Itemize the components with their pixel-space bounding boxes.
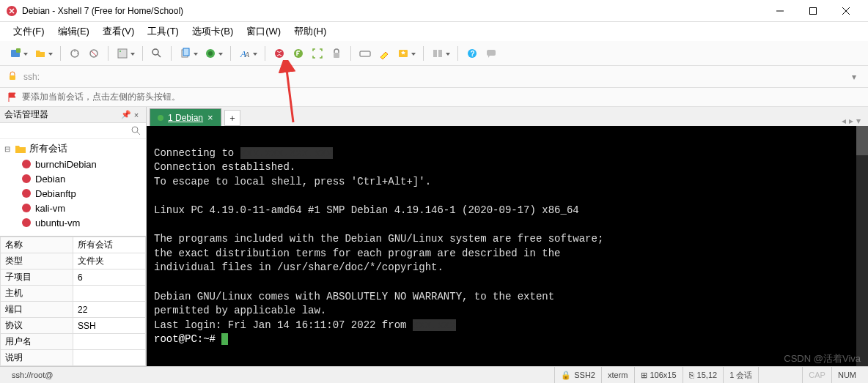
- prop-row: 主机: [1, 286, 146, 302]
- sidebar-close-icon[interactable]: ×: [131, 110, 141, 120]
- menu-help[interactable]: 帮助(H): [288, 23, 332, 40]
- menu-tabs[interactable]: 选项卡(B): [186, 23, 239, 40]
- tree-root[interactable]: ⊟ 所有会话: [0, 141, 146, 157]
- infobar: 要添加当前会话，点击左侧的箭头按钮。: [0, 88, 868, 107]
- cursor: [221, 333, 228, 345]
- menu-window[interactable]: 窗口(W): [240, 23, 287, 40]
- copy-button[interactable]: [177, 45, 194, 62]
- tab-debian[interactable]: 1 Debian ×: [150, 108, 221, 126]
- status-path: ssh://root@: [6, 367, 554, 383]
- tab-nav: ◂ ▸ ▾: [842, 116, 865, 126]
- session-icon: [21, 217, 32, 228]
- prop-row: 端口22: [1, 302, 146, 318]
- tab-next-icon[interactable]: ▸: [849, 116, 853, 126]
- terminal-scrollbar[interactable]: [856, 126, 868, 366]
- session-icon: [21, 158, 32, 170]
- fullscreen-button[interactable]: [309, 45, 326, 62]
- svg-line-9: [92, 51, 96, 56]
- xftp-button[interactable]: [290, 45, 306, 62]
- menu-tools[interactable]: 工具(T): [141, 23, 185, 40]
- svg-point-38: [22, 204, 31, 212]
- terminal[interactable]: Connecting to xxx.xxx.xxx.xxx Connection…: [147, 126, 868, 366]
- svg-rect-31: [487, 50, 496, 56]
- search-icon[interactable]: [131, 126, 141, 136]
- properties-button[interactable]: [114, 45, 130, 62]
- disconnect-button[interactable]: [86, 45, 102, 62]
- connected-dot-icon: [158, 115, 163, 121]
- prop-row: 类型文件夹: [1, 253, 146, 269]
- tab-add-button[interactable]: ＋: [224, 110, 240, 126]
- svg-point-12: [152, 49, 158, 55]
- svg-rect-15: [183, 48, 189, 56]
- minimize-button[interactable]: [763, 0, 796, 22]
- svg-point-11: [119, 51, 121, 52]
- sidebar-header: 会话管理器 📌 ×: [0, 107, 146, 123]
- svg-rect-32: [10, 75, 15, 80]
- tab-close-icon[interactable]: ×: [207, 112, 213, 123]
- xagent-button[interactable]: [271, 45, 287, 62]
- lock-button[interactable]: [328, 45, 345, 62]
- infobar-text: 要添加当前会话，点击左侧的箭头按钮。: [22, 91, 180, 103]
- layout-button[interactable]: [430, 45, 446, 62]
- svg-line-13: [158, 54, 161, 57]
- tab-strip: 1 Debian × ＋ ◂ ▸ ▾: [147, 107, 868, 126]
- session-item[interactable]: kali-vm: [0, 201, 146, 215]
- lock-icon: 🔒: [561, 371, 571, 380]
- address-input[interactable]: [43, 69, 847, 85]
- open-button[interactable]: [32, 45, 48, 62]
- statusbar: ssh://root@ 🔒SSH2 xterm ⊞106x15 ⎘15,12 1…: [0, 366, 868, 383]
- pos-icon: ⎘: [689, 371, 694, 379]
- bookmark-button[interactable]: [395, 45, 411, 62]
- prop-row: 协议SSH: [1, 318, 146, 334]
- svg-rect-28: [438, 50, 442, 57]
- svg-rect-22: [334, 53, 339, 58]
- status-pos: ⎘15,12: [683, 367, 724, 383]
- prop-row: 名称所有会话: [1, 237, 146, 253]
- session-icon: [21, 187, 32, 199]
- font-button[interactable]: AA: [237, 45, 253, 62]
- sidebar-title: 会话管理器: [4, 108, 48, 121]
- svg-rect-6: [16, 48, 21, 53]
- address-dropdown-icon[interactable]: ▾: [847, 72, 861, 82]
- new-session-button[interactable]: [7, 45, 23, 62]
- svg-point-17: [208, 51, 213, 56]
- svg-text:?: ?: [471, 50, 475, 58]
- close-button[interactable]: [829, 0, 862, 22]
- tab-prev-icon[interactable]: ◂: [842, 116, 846, 126]
- menu-edit[interactable]: 编辑(E): [52, 23, 95, 40]
- paste-button[interactable]: [202, 45, 218, 62]
- keyboard-button[interactable]: [357, 45, 373, 62]
- session-item[interactable]: Debian: [0, 171, 146, 186]
- folder-icon: [15, 143, 26, 155]
- menu-file[interactable]: 文件(F): [7, 23, 51, 40]
- session-item[interactable]: burnchiDebian: [0, 157, 146, 171]
- menu-view[interactable]: 查看(V): [97, 23, 140, 40]
- session-tree: ⊟ 所有会话 burnchiDebian Debian Debianftp ka…: [0, 139, 146, 236]
- svg-point-20: [275, 49, 284, 58]
- reconnect-button[interactable]: [67, 45, 83, 62]
- session-item[interactable]: ubuntu-vm: [0, 215, 146, 230]
- properties-grid: 名称所有会话 类型文件夹 子项目6 主机 端口22 协议SSH 用户名 说明: [0, 236, 146, 366]
- app-icon: [6, 5, 18, 17]
- toolbar: AA ?: [0, 41, 868, 66]
- addressbar: ssh: ▾: [0, 66, 868, 88]
- help-button[interactable]: ?: [464, 45, 480, 62]
- search-button[interactable]: [149, 45, 165, 62]
- collapse-icon[interactable]: ⊟: [3, 145, 12, 153]
- feedback-button[interactable]: [483, 45, 499, 62]
- svg-text:A: A: [244, 51, 250, 59]
- tab-menu-icon[interactable]: ▾: [856, 116, 861, 126]
- main-area: 会话管理器 📌 × ⊟ 所有会话 burnchiDebian Debian De…: [0, 107, 868, 366]
- status-spacer: [758, 367, 802, 383]
- status-num: NUM: [831, 367, 862, 383]
- menubar: 文件(F) 编辑(E) 查看(V) 工具(T) 选项卡(B) 窗口(W) 帮助(…: [0, 22, 868, 41]
- svg-line-34: [137, 132, 140, 135]
- flag-icon: [7, 92, 18, 103]
- highlight-button[interactable]: [376, 45, 392, 62]
- pin-icon[interactable]: 📌: [121, 110, 131, 120]
- maximize-button[interactable]: [796, 0, 829, 22]
- terminal-area: 1 Debian × ＋ ◂ ▸ ▾ Connecting to xxx.xxx…: [147, 107, 868, 366]
- status-term: xterm: [601, 367, 634, 383]
- sidebar-search: [0, 123, 146, 139]
- session-item[interactable]: Debianftp: [0, 186, 146, 201]
